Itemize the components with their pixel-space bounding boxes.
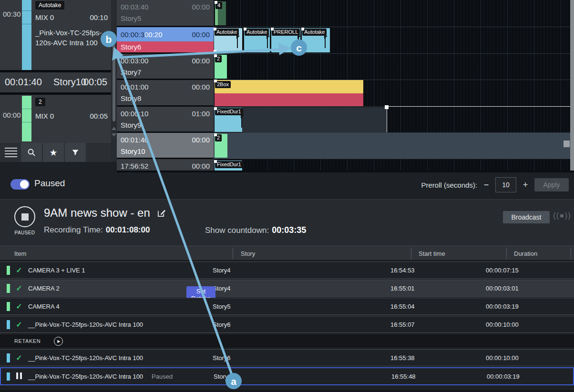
clip[interactable]: 2: [215, 134, 227, 158]
story-end: 00:00: [192, 136, 210, 144]
clip-handle[interactable]: [244, 28, 246, 30]
source-badge: 2: [35, 98, 45, 106]
broadcast-button[interactable]: Broadcast: [503, 211, 550, 223]
story-end: 00:00: [192, 162, 210, 170]
table-row[interactable]: ✓ CAMERA 2 Set Retake Story4 16:55:01 00…: [0, 280, 574, 297]
track-next[interactable]: FixedDur1: [214, 159, 570, 171]
clip-fixeddur[interactable]: FixedDur1: [215, 161, 242, 171]
table-row[interactable]: ✓ CAMERA 3 + LIVE 1 Story4 16:54:53 00:0…: [0, 261, 574, 279]
retaken-row[interactable]: RETAKEN ▶: [0, 334, 574, 348]
favorites-button[interactable]: ★: [43, 143, 64, 162]
clip-2box-bottom[interactable]: [215, 93, 363, 106]
story-row-story7[interactable]: 00:03:0000:00 Story7: [117, 54, 214, 80]
story-start: 00:03:00: [121, 57, 148, 65]
clip-handle[interactable]: [214, 133, 217, 136]
story-row-story9[interactable]: 00:00:1001:00 Story9: [117, 107, 214, 133]
story-row-story8[interactable]: 00:01:0000:00 Story8: [117, 80, 214, 107]
row-story: Story4: [205, 285, 383, 292]
table-row-selected[interactable]: __Pink-Vox-TC-25fps-120s-AVC Intra 100 P…: [0, 367, 574, 385]
column-story[interactable]: Story: [241, 250, 255, 257]
row-drag-handle[interactable]: [564, 141, 570, 147]
clip-handle[interactable]: [214, 160, 217, 163]
current-story-row[interactable]: 00:01:40 Story10 00:05: [0, 72, 111, 95]
story-end: 00:00: [192, 30, 210, 39]
column-divider[interactable]: [411, 248, 411, 259]
column-start[interactable]: Start time: [419, 250, 445, 257]
clip-handle[interactable]: [214, 54, 217, 57]
row-story: Story5: [205, 303, 383, 310]
clip-2box-top[interactable]: [215, 80, 363, 93]
clip-preroll[interactable]: PREROLL: [271, 28, 300, 52]
filter-button[interactable]: [65, 143, 86, 162]
preroll-input[interactable]: [495, 177, 516, 192]
table-row[interactable]: ✓ __Pink-Vox-TC-25fps-120s-AVC Intra 100…: [0, 349, 574, 366]
track-story7[interactable]: 2: [214, 54, 570, 80]
track-story6[interactable]: Autotake Autotake PREROLL Autotake: [214, 27, 570, 54]
check-icon: ✓: [16, 284, 22, 292]
story-row-story6-selected[interactable]: 00:00:30 00:20 00:00 Story6: [117, 27, 214, 54]
clip-autotake-3[interactable]: Autotake: [302, 28, 330, 52]
track-story9[interactable]: FixedDur1: [214, 107, 570, 133]
scroll-down-icon[interactable]: [112, 133, 116, 137]
column-divider[interactable]: [506, 248, 507, 259]
column-divider[interactable]: [571, 248, 571, 259]
row-color-bar: [7, 353, 10, 362]
track-story8[interactable]: 2Box: [214, 80, 570, 107]
story-row-next[interactable]: 17:56:5200:00: [117, 159, 214, 171]
selected-story-header: 00:00:30 00:20 00:00: [117, 27, 214, 41]
table-row[interactable]: ✓ CAMERA 4 Story5 16:55:04 00:00:03:19: [0, 298, 574, 315]
menu-icon[interactable]: [5, 148, 17, 157]
paused-toggle[interactable]: [10, 179, 30, 190]
play-icon[interactable]: ▶: [54, 337, 63, 346]
apply-button[interactable]: Apply: [534, 178, 569, 191]
check-icon: ✓: [16, 354, 22, 362]
scrollbar-thumb[interactable]: [113, 45, 115, 121]
clip-handle[interactable]: [214, 50, 216, 53]
search-icon: [27, 148, 36, 157]
table-row[interactable]: ✓ __Pink-Vox-TC-25fps-120s-AVC Intra 100…: [0, 316, 574, 333]
preroll-minus-button[interactable]: −: [482, 181, 490, 189]
row-story: Story4: [205, 267, 383, 274]
story-name: Story6: [117, 41, 214, 52]
column-item[interactable]: Item: [14, 250, 26, 257]
clip-handle[interactable]: [214, 80, 217, 82]
preroll-plus-button[interactable]: +: [522, 181, 529, 189]
table-body: ✓ CAMERA 3 + LIVE 1 Story4 16:54:53 00:0…: [0, 261, 574, 386]
autotake-badge: Autotake: [35, 1, 64, 10]
recording-time-value: 00:01:08:00: [106, 225, 150, 234]
clip-autotake-1[interactable]: Autotake: [214, 28, 242, 52]
story-row-story10[interactable]: 00:01:4000:00 Story10: [117, 133, 214, 159]
extent-handle[interactable]: [385, 105, 389, 109]
stop-button[interactable]: [14, 206, 35, 227]
clip-duration-region[interactable]: [242, 107, 387, 132]
edit-icon[interactable]: [157, 209, 166, 218]
story-row-story5[interactable]: 00:03:4000:00 Story5: [117, 0, 214, 27]
column-divider[interactable]: [233, 248, 233, 259]
row-start-time: 16:55:48: [384, 373, 479, 380]
clip[interactable]: 2: [215, 55, 227, 79]
column-duration[interactable]: Duration: [514, 250, 537, 257]
timeline-scrollbar[interactable]: [570, 0, 574, 171]
app-root: 00:30 Autotake MIX 0 00:10 _Pink-Vox-TC-…: [0, 0, 574, 392]
track-story5[interactable]: 4: [214, 0, 570, 27]
on-air-icon: ((●)): [553, 211, 571, 221]
clip-autotake-2[interactable]: Autotake: [244, 28, 270, 52]
paused-toggle-label: Paused: [34, 178, 65, 189]
clip-handle[interactable]: [301, 28, 304, 30]
clip-fixeddur[interactable]: FixedDur1: [215, 108, 242, 132]
next-item[interactable]: 00:00 2 MIX 0 00:05: [0, 95, 111, 143]
clip-handle[interactable]: [214, 107, 217, 110]
preview-scrollbar[interactable]: [111, 0, 117, 162]
clip[interactable]: 4: [215, 1, 226, 25]
story-start: 00:00:10: [121, 110, 148, 118]
retaken-label: RETAKEN: [14, 338, 41, 344]
on-air-item[interactable]: 00:30 Autotake MIX 0 00:10 _Pink-Vox-TC-…: [0, 0, 111, 72]
clip-handle[interactable]: [215, 1, 217, 4]
check-icon: ✓: [16, 302, 22, 311]
clip-handle[interactable]: [214, 28, 216, 30]
track-story10[interactable]: 2: [214, 133, 570, 159]
scroll-up-icon[interactable]: [112, 127, 116, 130]
table-footer: [0, 390, 574, 392]
search-button[interactable]: [21, 143, 42, 162]
clip-handle[interactable]: [271, 28, 274, 30]
